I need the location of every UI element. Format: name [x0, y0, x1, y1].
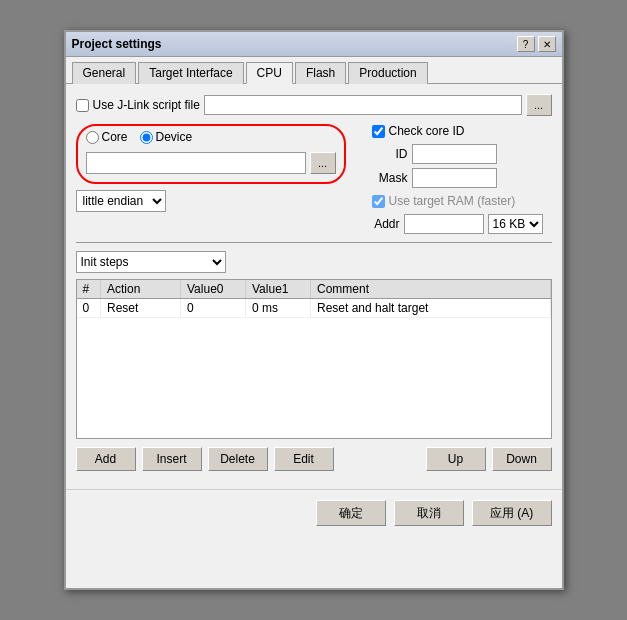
ok-button[interactable]: 确定 [316, 500, 386, 526]
check-core-checkbox[interactable] [372, 125, 385, 138]
edit-button[interactable]: Edit [274, 447, 334, 471]
ram-check-row: Use target RAM (faster) [372, 194, 552, 208]
tabs-bar: General Target Interface CPU Flash Produ… [66, 57, 562, 84]
endian-select[interactable]: little endian big endian [76, 190, 166, 212]
id-label: ID [372, 147, 408, 161]
col-value1: Value1 [246, 280, 311, 299]
col-num: # [77, 280, 101, 299]
device-input[interactable]: ST STM32F372R8 (allow opt. bytes) [86, 152, 306, 174]
mask-label: Mask [372, 171, 408, 185]
init-steps-row: Init steps Reset steps Halt steps [76, 251, 552, 273]
init-steps-select[interactable]: Init steps Reset steps Halt steps [76, 251, 226, 273]
tab-general[interactable]: General [72, 62, 137, 84]
core-radio-label[interactable]: Core [86, 130, 128, 144]
col-value0: Value0 [181, 280, 246, 299]
init-steps-table: # Action Value0 Value1 Comment 0 Reset 0… [76, 279, 552, 439]
col-comment: Comment [311, 280, 551, 299]
row-num: 0 [77, 299, 101, 318]
up-button[interactable]: Up [426, 447, 486, 471]
jlink-row: Use J-Link script file ... [76, 94, 552, 116]
check-core-label: Check core ID [389, 124, 465, 138]
device-browse-button[interactable]: ... [310, 152, 336, 174]
id-input[interactable]: 4BA00477 [412, 144, 497, 164]
left-column: Core Device ST STM32F372R8 (allow opt. b… [76, 124, 352, 234]
ram-section: Use target RAM (faster) Addr 20000000 16… [372, 194, 552, 234]
row-value1: 0 ms [246, 299, 311, 318]
jlink-label: Use J-Link script file [93, 98, 200, 112]
endian-row: little endian big endian [76, 190, 352, 212]
check-core-row: Check core ID [372, 124, 552, 138]
insert-button[interactable]: Insert [142, 447, 202, 471]
cancel-button[interactable]: 取消 [394, 500, 464, 526]
apply-button[interactable]: 应用 (A) [472, 500, 552, 526]
delete-button[interactable]: Delete [208, 447, 268, 471]
right-column: Check core ID ID 4BA00477 Mask FFFFFFFF … [372, 124, 552, 234]
jlink-input[interactable] [204, 95, 522, 115]
row-value0: 0 [181, 299, 246, 318]
tab-production[interactable]: Production [348, 62, 427, 84]
core-radio[interactable] [86, 131, 99, 144]
col-action: Action [101, 280, 181, 299]
device-row: ST STM32F372R8 (allow opt. bytes) ... [86, 152, 336, 174]
jlink-checkbox[interactable] [76, 99, 89, 112]
title-bar: Project settings ? ✕ [66, 32, 562, 57]
ram-addr-row: Addr 20000000 16 KB 32 KB 64 KB [372, 214, 552, 234]
down-button[interactable]: Down [492, 447, 552, 471]
two-col-layout: Core Device ST STM32F372R8 (allow opt. b… [76, 124, 552, 234]
content-area: Use J-Link script file ... Core [66, 84, 562, 481]
help-button[interactable]: ? [517, 36, 535, 52]
table-row[interactable]: 0 Reset 0 0 ms Reset and halt target [77, 299, 551, 318]
tab-cpu[interactable]: CPU [246, 62, 293, 84]
header-row: # Action Value0 Value1 Comment [77, 280, 551, 299]
footer: 确定 取消 应用 (A) [66, 489, 562, 536]
device-radio-label[interactable]: Device [140, 130, 193, 144]
divider [76, 242, 552, 243]
mask-input[interactable]: FFFFFFFF [412, 168, 497, 188]
row-action: Reset [101, 299, 181, 318]
ram-label: Use target RAM (faster) [389, 194, 516, 208]
device-radio[interactable] [140, 131, 153, 144]
window-title: Project settings [72, 37, 162, 51]
tab-flash[interactable]: Flash [295, 62, 346, 84]
ram-checkbox[interactable] [372, 195, 385, 208]
add-button[interactable]: Add [76, 447, 136, 471]
ram-addr-input[interactable]: 20000000 [404, 214, 484, 234]
row-comment: Reset and halt target [311, 299, 551, 318]
tab-target-interface[interactable]: Target Interface [138, 62, 243, 84]
ram-size-select[interactable]: 16 KB 32 KB 64 KB [488, 214, 543, 234]
close-button[interactable]: ✕ [538, 36, 556, 52]
steps-table: # Action Value0 Value1 Comment 0 Reset 0… [77, 280, 551, 318]
id-row: ID 4BA00477 [372, 144, 552, 164]
table-header: # Action Value0 Value1 Comment [77, 280, 551, 299]
table-body: 0 Reset 0 0 ms Reset and halt target [77, 299, 551, 318]
action-buttons: Add Insert Delete Edit Up Down [76, 447, 552, 471]
project-settings-window: Project settings ? ✕ General Target Inte… [64, 30, 564, 590]
core-device-section: Core Device ST STM32F372R8 (allow opt. b… [76, 124, 346, 184]
mask-row: Mask FFFFFFFF [372, 168, 552, 188]
addr-label: Addr [372, 217, 400, 231]
title-bar-buttons: ? ✕ [517, 36, 556, 52]
radio-group: Core Device [86, 130, 336, 144]
jlink-browse-button[interactable]: ... [526, 94, 552, 116]
